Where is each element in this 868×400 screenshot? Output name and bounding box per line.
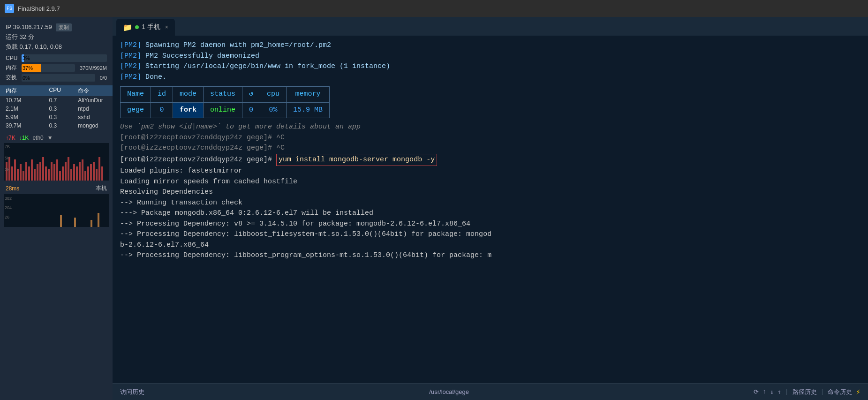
term-cmd-text-1: [root@iz2zecptoovz7cnddqyp24z gege]# ^C — [120, 134, 285, 142]
term-cmd-1: [root@iz2zecptoovz7cnddqyp24z gege]# ^C — [120, 133, 860, 143]
proc-mem: 10.7M — [6, 97, 49, 104]
download-icon[interactable]: ⇓ — [770, 388, 774, 396]
svg-rect-25 — [76, 166, 78, 181]
process-row: 5.9M 0.3 sshd — [0, 113, 113, 121]
svg-rect-14 — [45, 166, 47, 181]
process-row: 2.1M 0.3 ntpd — [0, 105, 113, 113]
svg-rect-15 — [48, 169, 50, 181]
svg-rect-34 — [101, 166, 103, 181]
proc-mem: 39.7M — [6, 122, 49, 129]
th-id: id — [151, 87, 173, 103]
pm2-tag-2: [PM2] — [120, 52, 141, 60]
cpu-bar-fill — [22, 54, 24, 62]
toolbar-divider: | — [785, 388, 789, 395]
td-memory: 15.9 MB — [287, 102, 330, 118]
process-header: 内存 CPU 命令 — [0, 85, 113, 96]
right-panel: 📁 1 手机 × [PM2] Spawning PM2 daemon with … — [113, 17, 868, 400]
output-line: --> Processing Dependency: libboost_file… — [120, 229, 860, 240]
net-dropdown-icon[interactable]: ▼ — [47, 135, 53, 141]
svg-text:7K: 7K — [5, 144, 10, 149]
svg-rect-3 — [14, 159, 16, 181]
td-cpu: 0% — [260, 102, 287, 118]
terminal[interactable]: [PM2] Spawning PM2 daemon with pm2_home=… — [113, 36, 868, 383]
svg-rect-43 — [91, 220, 92, 227]
th-restart: ↺ — [242, 87, 260, 103]
tab-1[interactable]: 📁 1 手机 × — [116, 19, 175, 36]
swap-bar-container — [22, 74, 95, 82]
copy-button[interactable]: 复制 — [56, 23, 72, 31]
process-list: 10.7M 0.7 AliYunDur 2.1M 0.3 ntpd 5.9M 0… — [0, 96, 113, 130]
proc-cmd: mongod — [78, 122, 107, 129]
th-memory: memory — [287, 87, 330, 103]
tab-close-button[interactable]: × — [165, 24, 168, 30]
sidebar: IP 39.106.217.59 复制 运行 32 分 负载 0.17, 0.1… — [0, 17, 113, 400]
svg-rect-2 — [11, 166, 13, 181]
svg-rect-6 — [23, 171, 24, 181]
svg-text:26: 26 — [5, 215, 9, 219]
output-line: b-2.6.12-6.el7.x86_64 — [120, 240, 860, 251]
cpu-bar-container — [22, 54, 107, 62]
svg-rect-9 — [31, 159, 33, 181]
svg-rect-30 — [90, 164, 92, 181]
pm2-tag-3: [PM2] — [120, 62, 141, 70]
output-line: Loading mirror speeds from cached hostfi… — [120, 177, 860, 188]
swap-bar-row: 交换 0% 0/0 — [0, 73, 113, 83]
tab-label: 1 手机 — [142, 23, 160, 31]
pm2-table: Name id mode status ↺ cpu memory gege 0 … — [120, 86, 330, 118]
svg-rect-18 — [56, 159, 58, 181]
upload-icon[interactable]: ⇑ — [777, 388, 781, 396]
th-mode: mode — [173, 87, 204, 103]
proc-header-cpu: CPU — [49, 87, 78, 95]
pm2-table-row: gege 0 fork online 0 0% 15.9 MB — [121, 102, 330, 118]
load-label: 负载 0.17, 0.10, 0.08 — [6, 42, 107, 52]
bottom-toolbar: 访问历史 /usr/local/gege ⟳ ↑ ⇓ ⇑ | 路径历史 | 命令… — [113, 383, 868, 400]
terminal-output: Loaded plugins: fastestmirrorLoading mir… — [120, 166, 860, 261]
th-name: Name — [121, 87, 151, 103]
path-history-button[interactable]: 路径历史 — [793, 388, 817, 396]
pm2-text-3: Starting /usr/local/gege/bin/www in fork… — [145, 62, 390, 70]
proc-header-mem: 内存 — [6, 87, 49, 95]
svg-rect-26 — [79, 162, 81, 181]
mem-bar-fill — [22, 64, 41, 72]
folder-icon: 📁 — [123, 23, 132, 32]
proc-cmd: ntpd — [78, 106, 107, 112]
server-ip: IP 39.106.217.59 — [6, 23, 52, 32]
proc-cpu: 0.3 — [49, 114, 78, 121]
term-line-1: [PM2] Spawning PM2 daemon with pm2_home=… — [120, 40, 860, 51]
term-prompt: [root@iz2zecptoovz7cnddqyp24z gege]# — [120, 156, 272, 164]
cmd-history-button[interactable]: 命令历史 — [828, 388, 852, 396]
ping-row: 28ms 本机 — [0, 182, 113, 194]
svg-rect-4 — [17, 169, 19, 181]
visit-history-button[interactable]: 访问历史 — [120, 388, 144, 396]
ping-chart: 382 204 26 — [4, 194, 109, 227]
svg-text:5K: 5K — [5, 156, 10, 160]
svg-rect-19 — [59, 171, 61, 181]
svg-rect-20 — [62, 166, 64, 181]
term-line-4: [PM2] Done. — [120, 72, 860, 83]
svg-rect-13 — [42, 157, 44, 181]
td-mode: fork — [173, 102, 204, 118]
pm2-text-2: PM2 Successfully daemonized — [145, 52, 259, 60]
pm2-text-4: Done. — [145, 73, 166, 81]
navigate-up-icon[interactable]: ↑ — [762, 388, 766, 395]
mem-bar-wrapper: 37% — [22, 64, 75, 72]
app-title: FinalShell 2.9.7 — [18, 5, 60, 12]
svg-rect-10 — [34, 169, 36, 181]
refresh-icon[interactable]: ⟳ — [754, 388, 759, 396]
svg-rect-16 — [51, 162, 53, 181]
net-up-speed: ↑7K — [6, 135, 15, 141]
output-line: Resolving Dependencies — [120, 187, 860, 198]
bottom-icons-group: ⟳ ↑ ⇓ ⇑ | 路径历史 | 命令历史 ⚡ — [754, 387, 860, 397]
swap-bar-wrapper: 0% — [22, 74, 95, 82]
main-layout: IP 39.106.217.59 复制 运行 32 分 负载 0.17, 0.1… — [0, 17, 868, 400]
proc-cmd: sshd — [78, 114, 107, 121]
svg-rect-28 — [84, 171, 86, 181]
svg-rect-41 — [60, 215, 62, 227]
proc-header-cmd: 命令 — [78, 87, 107, 95]
term-line-2: [PM2] PM2 Successfully daemonized — [120, 51, 860, 62]
svg-rect-8 — [28, 166, 30, 181]
svg-rect-11 — [37, 164, 38, 181]
output-line: --> Running transaction check — [120, 198, 860, 209]
svg-rect-42 — [74, 218, 76, 227]
output-line: --> Processing Dependency: libboost_prog… — [120, 250, 860, 261]
